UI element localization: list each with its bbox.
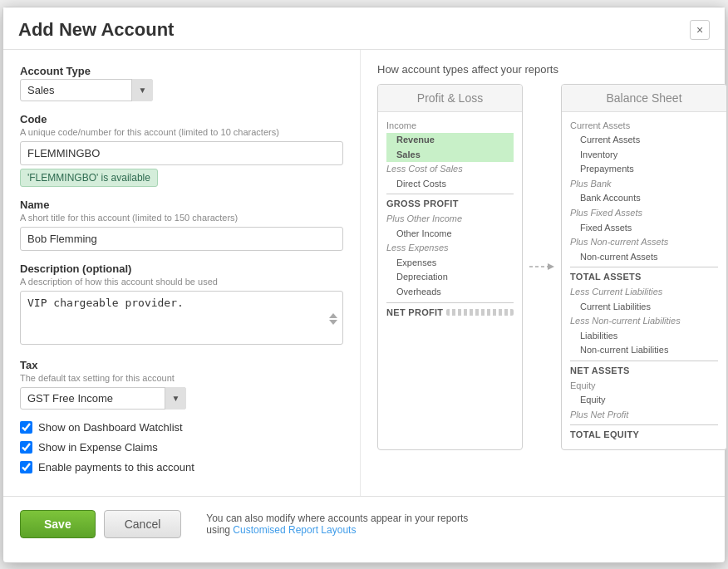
close-button[interactable]: ×: [690, 20, 710, 40]
modal-footer: Save Cancel You can also modify where ac…: [3, 496, 725, 552]
footer-note-second-line: using: [206, 524, 233, 536]
checkbox-expense-row: Show in Expense Claims: [20, 441, 343, 454]
pnl-income-title: Income: [386, 119, 514, 134]
modal: Add New Account × Account Type Sales ▼ C…: [2, 7, 726, 563]
pnl-other-income: Other Income: [386, 227, 514, 242]
bs-equity-item: Equity: [570, 393, 718, 408]
checkbox-payments[interactable]: [20, 461, 32, 473]
svg-marker-1: [548, 263, 554, 270]
net-profit-wave: [446, 309, 514, 316]
left-panel: Account Type Sales ▼ Code A unique code/…: [3, 50, 361, 496]
tax-select-wrapper: GST Free Income ▼: [20, 387, 186, 410]
pnl-gross-profit: GROSS PROFIT: [386, 197, 514, 212]
available-badge: 'FLEMMINGBO' is available: [20, 169, 158, 187]
code-group: Code A unique code/number for this accou…: [20, 113, 343, 187]
arrow-area: [529, 84, 554, 450]
bs-plus-noncurrent: Plus Non-current Assets: [570, 235, 718, 250]
bs-bank-accounts: Bank Accounts: [570, 191, 718, 206]
textarea-up-arrow[interactable]: [329, 313, 337, 318]
checkbox-watchlist-row: Show on Dashboard Watchlist: [20, 421, 343, 434]
name-input[interactable]: [20, 227, 343, 251]
right-panel-title: How account types affect your reports: [377, 63, 727, 76]
description-wrapper: VIP chargeable provider.: [20, 291, 343, 347]
code-hint: A unique code/number for this account (l…: [20, 127, 343, 137]
bs-box: Balance Sheet Current Assets Current Ass…: [561, 84, 727, 450]
checkbox-payments-label: Enable payments to this account: [38, 461, 194, 473]
description-textarea[interactable]: VIP chargeable provider.: [20, 291, 343, 345]
reports-container: Profit & Loss Income Revenue Sales Less …: [377, 84, 727, 450]
save-button[interactable]: Save: [20, 510, 96, 538]
bs-total-assets: TOTAL ASSETS: [570, 270, 718, 285]
account-type-group: Account Type Sales ▼: [20, 65, 343, 101]
connector-arrow: [529, 217, 554, 316]
name-group: Name A short title for this account (lim…: [20, 199, 343, 251]
bs-header: Balance Sheet: [562, 85, 726, 112]
pnl-less-expenses: Less Expenses: [386, 241, 514, 256]
bs-total-equity: TOTAL EQUITY: [570, 428, 718, 443]
pnl-header: Profit & Loss: [378, 85, 522, 112]
account-type-label: Account Type: [20, 65, 343, 77]
modal-header: Add New Account ×: [3, 7, 725, 50]
customised-report-layouts-link[interactable]: Customised Report Layouts: [233, 524, 356, 536]
pnl-revenue: Revenue: [386, 133, 514, 148]
pnl-net-profit: NET PROFIT: [386, 306, 443, 321]
account-type-select-wrapper: Sales ▼: [20, 79, 153, 101]
bs-current-assets-item: Current Assets: [570, 133, 718, 148]
bs-noncurrent-liabilities: Non-current Liabilities: [570, 343, 718, 358]
bs-current-liabilities: Current Liabilities: [570, 300, 718, 315]
pnl-direct-costs: Direct Costs: [386, 177, 514, 192]
pnl-plus-other: Plus Other Income: [386, 212, 514, 227]
footer-note: You can also modify where accounts appea…: [206, 513, 468, 536]
tax-group: Tax The default tax setting for this acc…: [20, 359, 343, 410]
bs-body: Current Assets Current Assets Inventory …: [562, 112, 726, 449]
modal-title: Add New Account: [18, 19, 174, 41]
bs-fixed-assets: Fixed Assets: [570, 221, 718, 236]
account-type-select[interactable]: Sales: [20, 79, 153, 101]
name-hint: A short title for this account (limited …: [20, 213, 343, 223]
bs-plus-fixed: Plus Fixed Assets: [570, 206, 718, 221]
description-label: Description (optional): [20, 262, 343, 275]
description-hint: A description of how this account should…: [20, 277, 343, 287]
tax-select[interactable]: GST Free Income: [20, 387, 186, 410]
bs-less-noncurrent: Less Non-current Liabilities: [570, 314, 718, 329]
checkbox-watchlist[interactable]: [20, 421, 32, 434]
pnl-less-cost: Less Cost of Sales: [386, 162, 514, 177]
pnl-depreciation: Depreciation: [386, 270, 514, 285]
bs-current-assets-title: Current Assets: [570, 119, 718, 134]
bs-inventory: Inventory: [570, 148, 718, 163]
bs-plus-bank: Plus Bank: [570, 177, 718, 192]
bs-liabilities: Liabilities: [570, 329, 718, 344]
tax-hint: The default tax setting for this account: [20, 373, 343, 383]
bs-noncurrent-assets: Non-current Assets: [570, 250, 718, 265]
textarea-down-arrow[interactable]: [329, 320, 337, 325]
textarea-scroll-arrows: [325, 292, 342, 346]
cancel-button[interactable]: Cancel: [104, 510, 182, 538]
modal-body: Account Type Sales ▼ Code A unique code/…: [3, 50, 725, 496]
pnl-sales: Sales: [386, 148, 514, 163]
checkbox-payments-row: Enable payments to this account: [20, 461, 343, 473]
checkbox-watchlist-label: Show on Dashboard Watchlist: [38, 421, 183, 434]
name-label: Name: [20, 199, 343, 211]
code-input[interactable]: [20, 141, 343, 165]
pnl-body: Income Revenue Sales Less Cost of Sales …: [378, 112, 522, 327]
checkbox-expense-label: Show in Expense Claims: [38, 441, 158, 454]
pnl-overheads: Overheads: [386, 285, 514, 300]
right-panel: How account types affect your reports Pr…: [361, 50, 728, 496]
tax-label: Tax: [20, 359, 343, 371]
bs-less-current-liabilities: Less Current Liabilities: [570, 285, 718, 300]
description-group: Description (optional) A description of …: [20, 262, 343, 347]
pnl-net-profit-row: NET PROFIT: [386, 306, 514, 321]
pnl-box: Profit & Loss Income Revenue Sales Less …: [377, 84, 523, 450]
checkbox-expense[interactable]: [20, 441, 32, 454]
bs-equity-title: Equity: [570, 379, 718, 394]
pnl-expenses: Expenses: [386, 256, 514, 271]
bs-plus-net-profit: Plus Net Profit: [570, 408, 718, 423]
code-label: Code: [20, 113, 343, 125]
bs-prepayments: Prepayments: [570, 162, 718, 177]
bs-net-assets: NET ASSETS: [570, 364, 718, 379]
